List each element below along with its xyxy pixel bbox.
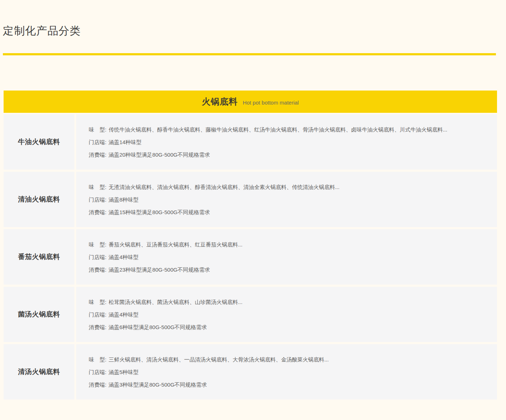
detail-value: 涵盖5种味型 [109,369,138,375]
category-details: 味 型:松茸菌汤火锅底料、菌汤火锅底料、山珍菌汤火锅底料... 门店端:涵盖4种… [76,287,497,342]
detail-value: 涵盖3种味型满足80G-500G不同规格需求 [109,382,207,388]
detail-label: 门店端: [89,254,106,260]
detail-line-store: 门店端:涵盖4种味型 [89,254,490,260]
detail-label: 门店端: [89,139,106,145]
section-title-cn: 火锅底料 [202,91,238,113]
detail-line-flavor: 味 型:番茄火锅底料、豆汤番茄火锅底料、红豆番茄火锅底料... [89,241,490,248]
detail-line-store: 门店端:涵盖4种味型 [89,311,490,318]
detail-label: 味 型: [89,126,106,133]
category-name: 菌汤火锅底料 [4,287,74,342]
detail-line-store: 门店端:涵盖14种味型 [89,139,490,146]
detail-label: 门店端: [89,311,106,318]
detail-value: 三鲜火锅底料、清汤火锅底料、一品清汤火锅底料、大骨浓汤火锅底料、金汤酸菜火锅底料… [109,356,329,363]
category-row-mushroom-soup: 菌汤火锅底料 味 型:松茸菌汤火锅底料、菌汤火锅底料、山珍菌汤火锅底料... 门… [4,287,497,342]
detail-line-store: 门店端:涵盖8种味型 [89,196,490,203]
detail-value: 涵盖6种味型满足80G-500G不同规格需求 [109,324,207,330]
detail-value: 涵盖20种味型满足80G-500G不同规格需求 [109,152,210,158]
detail-line-consumer: 消费端:涵盖20种味型满足80G-500G不同规格需求 [89,151,490,158]
detail-label: 消费端: [89,209,106,215]
detail-line-flavor: 味 型:松茸菌汤火锅底料、菌汤火锅底料、山珍菌汤火锅底料... [89,299,490,305]
detail-line-flavor: 味 型:传统牛油火锅底料、醇香牛油火锅底料、藤椒牛油火锅底料、红汤牛油火锅底料、… [89,126,490,133]
category-details: 味 型:无渣清油火锅底料、清油火锅底料、醇香清油火锅底料、清油全素火锅底料、传统… [76,172,497,227]
category-row-tomato: 番茄火锅底料 味 型:番茄火锅底料、豆汤番茄火锅底料、红豆番茄火锅底料... 门… [4,229,497,285]
hotpot-section: 火锅底料 Hot pot bottom material 牛油火锅底料 味 型:… [4,91,497,400]
detail-line-flavor: 味 型:无渣清油火锅底料、清油火锅底料、醇香清油火锅底料、清油全素火锅底料、传统… [89,184,490,190]
category-row-beef-tallow: 牛油火锅底料 味 型:传统牛油火锅底料、醇香牛油火锅底料、藤椒牛油火锅底料、红汤… [4,114,497,170]
detail-line-store: 门店端:涵盖5种味型 [89,369,490,375]
detail-label: 消费端: [89,324,106,330]
detail-label: 味 型: [89,241,106,248]
detail-line-consumer: 消费端:涵盖15种味型满足80G-500G不同规格需求 [89,209,490,216]
category-name: 番茄火锅底料 [4,229,74,285]
category-name: 清汤火锅底料 [4,344,74,400]
category-name: 牛油火锅底料 [4,114,74,170]
detail-line-consumer: 消费端:涵盖3种味型满足80G-500G不同规格需求 [89,381,490,388]
detail-label: 味 型: [89,184,106,190]
section-header: 火锅底料 Hot pot bottom material [4,91,497,113]
detail-label: 味 型: [89,356,106,363]
detail-value: 涵盖4种味型 [109,254,138,260]
category-row-clear-soup: 清汤火锅底料 味 型:三鲜火锅底料、清汤火锅底料、一品清汤火锅底料、大骨浓汤火锅… [4,344,497,400]
detail-line-consumer: 消费端:涵盖23种味型满足80G-500G不同规格需求 [89,266,490,273]
detail-label: 消费端: [89,382,106,388]
category-details: 味 型:番茄火锅底料、豆汤番茄火锅底料、红豆番茄火锅底料... 门店端:涵盖4种… [76,229,497,285]
detail-label: 消费端: [89,267,106,273]
detail-label: 门店端: [89,369,106,375]
detail-value: 无渣清油火锅底料、清油火锅底料、醇香清油火锅底料、清油全素火锅底料、传统清油火锅… [109,184,340,190]
detail-value: 松茸菌汤火锅底料、菌汤火锅底料、山珍菌汤火锅底料... [109,299,243,305]
detail-value: 涵盖23种味型满足80G-500G不同规格需求 [109,267,210,273]
category-details: 味 型:三鲜火锅底料、清汤火锅底料、一品清汤火锅底料、大骨浓汤火锅底料、金汤酸菜… [76,344,497,400]
yellow-divider [3,53,496,55]
detail-label: 门店端: [89,197,106,203]
section-title-en: Hot pot bottom material [243,92,299,114]
category-details: 味 型:传统牛油火锅底料、醇香牛油火锅底料、藤椒牛油火锅底料、红汤牛油火锅底料、… [76,114,497,170]
detail-value: 涵盖14种味型 [109,139,142,145]
page-title: 定制化产品分类 [3,25,506,37]
detail-line-flavor: 味 型:三鲜火锅底料、清汤火锅底料、一品清汤火锅底料、大骨浓汤火锅底料、金汤酸菜… [89,356,490,363]
detail-label: 味 型: [89,299,106,305]
category-row-clear-oil: 清油火锅底料 味 型:无渣清油火锅底料、清油火锅底料、醇香清油火锅底料、清油全素… [4,172,497,227]
detail-value: 涵盖4种味型 [109,311,138,318]
detail-value: 传统牛油火锅底料、醇香牛油火锅底料、藤椒牛油火锅底料、红汤牛油火锅底料、骨汤牛油… [109,126,447,133]
detail-value: 涵盖8种味型 [109,197,138,203]
detail-label: 消费端: [89,152,106,158]
category-name: 清油火锅底料 [4,172,74,227]
detail-line-consumer: 消费端:涵盖6种味型满足80G-500G不同规格需求 [89,324,490,331]
detail-value: 涵盖15种味型满足80G-500G不同规格需求 [109,209,210,215]
detail-value: 番茄火锅底料、豆汤番茄火锅底料、红豆番茄火锅底料... [109,241,243,248]
page: 定制化产品分类 火锅底料 Hot pot bottom material 牛油火… [0,25,506,420]
